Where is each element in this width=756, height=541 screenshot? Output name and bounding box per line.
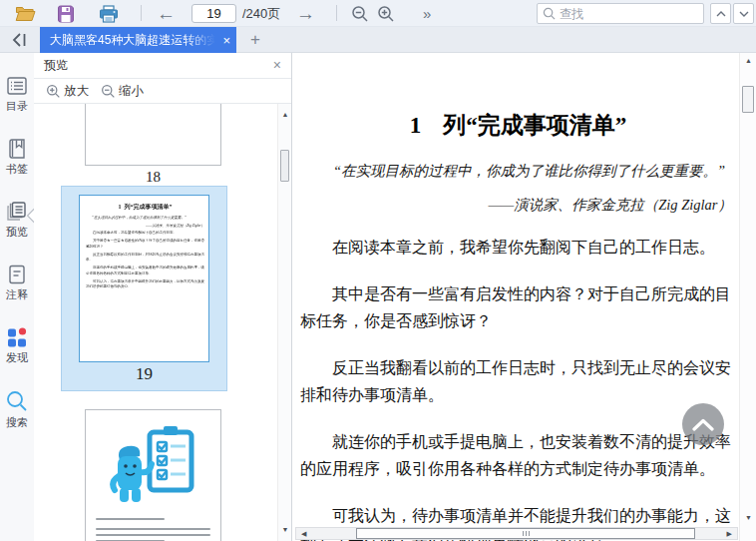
sidebar-label-bookmarks: 书签 (6, 162, 28, 177)
collapse-tabs-button[interactable] (12, 32, 30, 48)
zoom-out-icon (351, 5, 369, 23)
thumbnail-selected-box: 1 列“完成事项清单” “在实现目标的过程中，你成为了谁比你得到了什么更重要。”… (61, 186, 227, 391)
sidebar-label-preview: 预览 (6, 225, 28, 240)
document-page: 1列“完成事项清单” “在实现目标的过程中，你成为了谁比你得到了什么更重要。” … (300, 53, 736, 541)
sidebar-item-search[interactable]: 搜索 (0, 389, 34, 430)
document-vertical-scrollbar[interactable]: ▲ ▼ (739, 53, 756, 541)
thumbnail-page-18[interactable] (85, 104, 221, 166)
document-horizontal-scrollbar[interactable]: ◀ ▶ (295, 527, 738, 540)
new-tab-button[interactable]: + (245, 31, 265, 49)
print-button[interactable] (99, 0, 119, 27)
zoom-out-button[interactable] (351, 0, 369, 27)
previous-page-button[interactable]: ← (157, 0, 176, 27)
open-file-button[interactable] (15, 0, 36, 27)
thumbnail-page-19[interactable]: 1 列“完成事项清单” “在实现目标的过程中，你成为了谁比你得到了什么更重要。”… (79, 195, 209, 362)
sidebar-item-annotations[interactable]: 注释 (0, 264, 34, 302)
arrow-right-icon: → (296, 4, 315, 23)
save-button[interactable] (57, 0, 75, 27)
clipboard-character-illustration (106, 424, 201, 506)
paragraph: 其中是否有一些富有启发性的内容？对于自己所完成的目标任务，你是否感到惊讶？ (86, 239, 204, 250)
tab-bar: 大脑黑客45种大脑超速运转的实 × + (0, 27, 756, 53)
scroll-up-icon[interactable]: ▲ (740, 56, 756, 66)
pdf-reader-window: ← /240页 → » (0, 0, 756, 541)
sidebar-item-bookmarks[interactable]: 书签 (0, 138, 34, 177)
paragraph: 反正当我翻看以前的工作日志时，只找到无止尽的会议安排和待办事项清单。 (300, 354, 736, 409)
paragraph: 就连你的手机或手提电脑上，也安装着数不清的提升效率的应用程序，吸引你用各种各样的… (300, 428, 736, 483)
preview-panel: 预览 × 放大 缩小 18 (34, 53, 292, 541)
vertical-scrollbar-thumb[interactable] (742, 86, 754, 113)
scroll-left-icon[interactable]: ◀ (301, 528, 306, 539)
document-tab-title: 大脑黑客45种大脑超速运转的实 (50, 32, 220, 49)
thumbnail-zoom-in-button[interactable]: 放大 (46, 83, 89, 100)
zoom-in-icon (377, 5, 395, 23)
page-number-input[interactable] (191, 4, 236, 23)
thumbnail-scrollbar-thumb[interactable] (280, 150, 289, 182)
preview-panel-close-icon[interactable]: × (273, 57, 281, 73)
navigation-sidebar: 目录 书签 预览 (0, 53, 34, 541)
thumbnail-list: 18 1 列“完成事项清单” “在实现目标的过程中，你成为了谁比你得到了什么更重… (34, 104, 278, 541)
chapter-quote: “在实现目标的过程中，你成为了谁比你得到了什么更重要。” (300, 162, 736, 181)
scroll-down-icon[interactable]: ▼ (740, 513, 756, 523)
toolbar-separator (336, 5, 337, 21)
arrow-left-icon: ← (157, 4, 176, 23)
find-input[interactable] (560, 7, 714, 21)
mini-quote: “在实现目标的过程中，你成为了谁比你得到了什么更重要。” (86, 216, 204, 221)
thumbnail-zoom-out-button[interactable]: 缩小 (101, 83, 144, 100)
chapter-number: 1 (410, 113, 422, 138)
paragraph: 反正当我翻看以前的工作日志时，只找到无止尽的会议安排和待办事项清单。 (86, 252, 204, 263)
search-icon (543, 7, 556, 20)
paragraph: 在阅读本章之前，我希望你先翻阅下自己的工作日志。 (86, 231, 204, 237)
main-toolbar: ← /240页 → » (0, 0, 756, 27)
find-previous-button[interactable] (710, 3, 731, 24)
thumbnail-page-20[interactable] (85, 409, 221, 541)
printer-icon (99, 5, 119, 23)
thumbnail-label-18: 18 (85, 169, 221, 186)
sidebar-item-toc[interactable]: 目录 (0, 75, 34, 114)
mini-chapter-title: 1 列“完成事项清单” (86, 203, 204, 212)
thumbnail-scrollbar[interactable]: ▲ ▼ (277, 104, 291, 541)
scroll-down-icon[interactable]: ▼ (278, 525, 292, 535)
preview-panel-header: 预览 × (34, 53, 291, 79)
more-tools-button[interactable]: » (423, 0, 431, 27)
collapse-left-icon (12, 33, 28, 47)
thumbnail-zoom-in-label: 放大 (64, 83, 89, 100)
back-to-top-button[interactable] (682, 403, 724, 445)
preview-pages-icon (6, 201, 28, 223)
bookmark-icon (6, 138, 28, 160)
mini-paragraphs: 在阅读本章之前，我希望你先翻阅下自己的工作日志。其中是否有一些富有启发性的内容？… (86, 231, 204, 290)
toolbar-separator (141, 5, 142, 21)
page-number-field (191, 0, 236, 27)
find-next-button[interactable] (733, 3, 754, 24)
body-paragraphs: 在阅读本章之前，我希望你先翻阅下自己的工作日志。其中是否有一些富有启发性的内容？… (300, 234, 736, 541)
chevron-up-icon (716, 11, 726, 17)
discover-icon (6, 326, 28, 348)
scroll-right-icon[interactable]: ▶ (727, 528, 732, 539)
chevron-down-icon (739, 11, 749, 17)
chevron-up-icon (691, 418, 715, 431)
paragraph: 可我认为，待办事项清单并不能提升我们的办事能力，这种方式无法激发我们尽快把事情做… (86, 278, 204, 289)
chapter-heading: 1列“完成事项清单” (300, 110, 736, 141)
plus-icon: + (250, 30, 260, 50)
quote-attribution: ——演说家、作家金克拉（Zig Ziglar） (300, 196, 736, 215)
toc-icon (6, 75, 28, 97)
paragraph: 在阅读本章之前，我希望你先翻阅下自己的工作日志。 (300, 234, 736, 262)
sidebar-search-icon (5, 389, 29, 413)
next-page-button[interactable]: → (296, 0, 315, 27)
scroll-up-icon[interactable]: ▲ (278, 110, 292, 120)
preview-panel-toolbar: 放大 缩小 (34, 79, 291, 104)
sidebar-item-discover[interactable]: 发现 (0, 326, 34, 365)
mini-attribution: ——演说家、作家金克拉（Zig Ziglar） (86, 223, 204, 228)
page-total-label: /240页 (242, 0, 280, 27)
tab-close-icon[interactable]: × (222, 33, 230, 48)
thumbnail-zoom-out-label: 缩小 (119, 83, 144, 100)
document-tab[interactable]: 大脑黑客45种大脑超速运转的实 × (40, 27, 236, 53)
zoom-in-button[interactable] (377, 0, 395, 27)
horizontal-scrollbar-thumb[interactable] (356, 528, 695, 539)
sidebar-label-search: 搜索 (6, 415, 28, 430)
sidebar-label-discover: 发现 (6, 350, 28, 365)
paragraph: 就连你的手机或手提电脑上，也安装着数不清的提升效率的应用程序，吸引你用各种各样的… (86, 266, 204, 276)
thumbnail-label-19: 19 (62, 364, 226, 384)
save-floppy-icon (57, 5, 75, 23)
chevron-double-right-icon: » (423, 5, 431, 22)
find-search-box (537, 3, 704, 24)
